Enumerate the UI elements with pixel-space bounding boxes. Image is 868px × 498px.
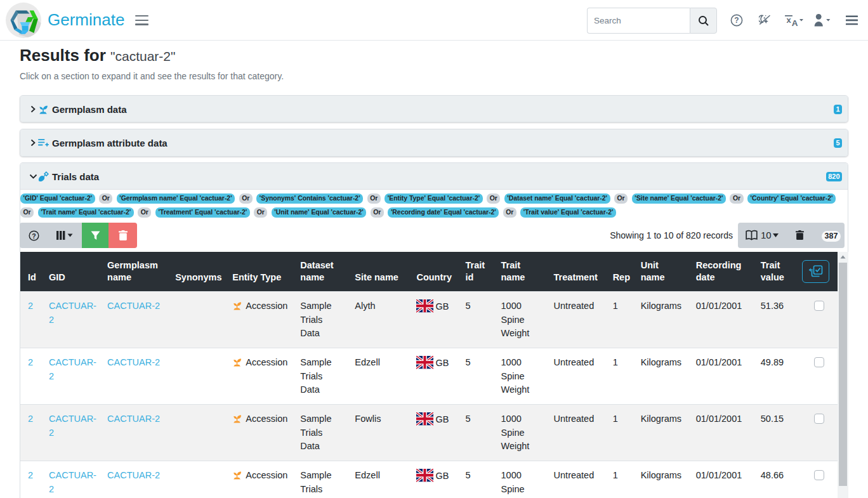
- svg-text:x: x: [786, 15, 791, 25]
- svg-text:A: A: [792, 18, 798, 27]
- svg-text:?: ?: [734, 16, 739, 25]
- svg-text:?: ?: [32, 232, 36, 239]
